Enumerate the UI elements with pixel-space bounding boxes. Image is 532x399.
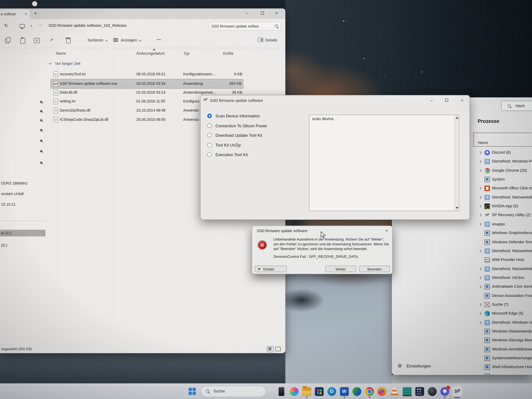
- expand-chevron-icon[interactable]: [479, 169, 481, 172]
- expand-chevron-icon[interactable]: [479, 187, 481, 190]
- breadcrumb-more-icon[interactable]: …: [38, 21, 43, 26]
- details-pane-button[interactable]: Details: [265, 38, 277, 42]
- process-row[interactable]: Microsoft Edge (5): [392, 310, 532, 318]
- process-row[interactable]: Suche (7): [392, 301, 532, 309]
- process-row[interactable]: Windows Defender Smart: [392, 238, 532, 247]
- radio-unselected-icon[interactable]: [207, 133, 212, 137]
- process-row[interactable]: Windows Graphisolierung: [392, 229, 532, 238]
- view-dropdown[interactable]: Anzeigen: [121, 38, 141, 42]
- process-row[interactable]: WMI Provider Host: [392, 256, 532, 265]
- expand-chevron-icon[interactable]: [479, 267, 481, 270]
- quit-button[interactable]: Beenden: [359, 266, 390, 272]
- sidebar-item[interactable]: 15.10.21: [0, 201, 18, 208]
- chrome-icon[interactable]: [364, 386, 374, 397]
- teams-icon[interactable]: [351, 386, 362, 397]
- process-row[interactable]: Windows-Startanwendung: [392, 328, 532, 336]
- process-column-header[interactable]: Name: [473, 133, 532, 146]
- expand-chevron-icon[interactable]: [479, 276, 481, 279]
- close-button[interactable]: ×: [457, 97, 467, 103]
- icons-view-toggle[interactable]: [275, 347, 280, 351]
- process-row[interactable]: Windows-Sitzungs-Mana: [392, 337, 532, 345]
- breadcrumb[interactable]: SSD firmware update software_103_Release: [49, 23, 127, 27]
- expand-chevron-icon[interactable]: [479, 321, 481, 324]
- radio-unselected-icon[interactable]: [207, 124, 212, 128]
- radio-unselected-icon[interactable]: [207, 143, 212, 147]
- outlook-icon[interactable]: O: [326, 386, 337, 397]
- microsoft-store-icon[interactable]: [314, 386, 324, 397]
- process-row[interactable]: ⚙Diensthost: Windows Upd: [392, 319, 532, 327]
- process-row[interactable]: ⚙Diensthost: UtcSvc: [392, 274, 532, 283]
- expand-chevron-icon[interactable]: [479, 160, 481, 163]
- chevron-right-icon[interactable]: ›: [31, 23, 32, 28]
- process-row[interactable]: Antimalware Core Service: [392, 283, 532, 291]
- maximize-button[interactable]: [257, 10, 267, 16]
- scroll-up-icon[interactable]: [456, 117, 458, 119]
- column-size[interactable]: Größe: [223, 51, 233, 55]
- column-type[interactable]: Typ: [184, 51, 190, 55]
- expand-chevron-icon[interactable]: [479, 285, 481, 288]
- process-row[interactable]: Registr: [392, 373, 532, 375]
- process-row[interactable]: ⚙Diensthost: Netzwerkeinri: [392, 247, 532, 256]
- vlc-icon[interactable]: [389, 386, 400, 397]
- expand-chevron-icon[interactable]: [479, 223, 481, 226]
- process-row[interactable]: Systemunterbrechungen: [392, 355, 532, 363]
- file-row[interactable]: ⚙recoveryTool.ini08.03.2018 09:21Konfigu…: [0, 70, 285, 79]
- explorer-tab[interactable]: e softwar ×: [0, 9, 30, 19]
- share-button[interactable]: ↗: [50, 37, 56, 43]
- maximize-button[interactable]: [442, 97, 452, 103]
- sidebar-item[interactable]: DDR3 1866Mhz: [0, 180, 30, 186]
- radio-unselected-icon[interactable]: [207, 152, 212, 157]
- sidebar-item[interactable]: (D:): [0, 242, 9, 249]
- calculator-icon[interactable]: [414, 386, 425, 397]
- details-view-toggle[interactable]: [267, 346, 273, 352]
- radio-selected-icon[interactable]: [207, 114, 212, 118]
- file-explorer-icon[interactable]: [301, 386, 312, 397]
- discord-icon[interactable]: [439, 386, 450, 397]
- process-row[interactable]: ⚙Diensthost: Netzwerkdien: [392, 265, 532, 274]
- task-manager-search-box[interactable]: Nach: [501, 101, 532, 111]
- expand-chevron-icon[interactable]: [479, 250, 481, 253]
- expand-chevron-icon[interactable]: [479, 205, 481, 208]
- process-row[interactable]: Windows-Anmeldeanwen: [392, 346, 532, 354]
- continue-button[interactable]: Weiter: [325, 266, 356, 272]
- sidebar-item[interactable]: er (C:): [0, 230, 45, 236]
- start-button[interactable]: [189, 388, 196, 395]
- scroll-down-icon[interactable]: [456, 207, 458, 209]
- minimize-button[interactable]: –: [242, 10, 252, 16]
- close-button[interactable]: ×: [272, 10, 282, 16]
- explorer-search-box[interactable]: SSD firmware update softwa: [209, 22, 281, 31]
- taskbar-search[interactable]: Suche: [201, 386, 266, 397]
- this-pc-icon[interactable]: [20, 24, 25, 28]
- process-row[interactable]: ⚙wsappx: [392, 220, 532, 229]
- minimize-button[interactable]: –: [426, 97, 437, 103]
- copy-button[interactable]: [5, 37, 11, 43]
- column-name[interactable]: Name: [56, 51, 66, 55]
- rename-button[interactable]: A: [34, 38, 40, 43]
- dialog-close-icon[interactable]: ×: [386, 228, 388, 233]
- delete-button[interactable]: [65, 37, 71, 43]
- paste-button[interactable]: [20, 37, 26, 43]
- firefox-icon[interactable]: [377, 386, 387, 397]
- more-options-button[interactable]: •••: [157, 38, 161, 41]
- word-icon[interactable]: W: [339, 386, 349, 397]
- expand-chevron-icon[interactable]: [479, 196, 481, 199]
- file-row[interactable]: SPSSD firmware update software.exe02.03.…: [51, 79, 243, 88]
- column-date[interactable]: Änderungsdatum: [136, 51, 165, 55]
- scrollbar[interactable]: [454, 115, 459, 211]
- sp-utility-icon[interactable]: SP: [452, 386, 462, 397]
- expand-chevron-icon[interactable]: [479, 303, 481, 306]
- details-button[interactable]: Details: [255, 266, 287, 272]
- sort-dropdown[interactable]: Sortieren: [88, 38, 108, 42]
- group-header[interactable]: Vor langer Zeit: [49, 61, 80, 65]
- expand-chevron-icon[interactable]: [479, 214, 481, 217]
- sidebar-item[interactable]: onstein Unfall: [0, 190, 26, 197]
- new-tab-button[interactable]: +: [34, 10, 37, 16]
- steam-icon[interactable]: [427, 386, 437, 397]
- refresh-icon[interactable]: ↻: [4, 23, 8, 28]
- copilot-icon[interactable]: [289, 386, 299, 397]
- dark-app-icon[interactable]: [276, 386, 287, 397]
- expand-chevron-icon[interactable]: [479, 312, 481, 315]
- process-row[interactable]: Device Association Frame: [392, 292, 532, 300]
- expand-chevron-icon[interactable]: [479, 151, 481, 154]
- tab-close-icon[interactable]: ×: [25, 12, 27, 16]
